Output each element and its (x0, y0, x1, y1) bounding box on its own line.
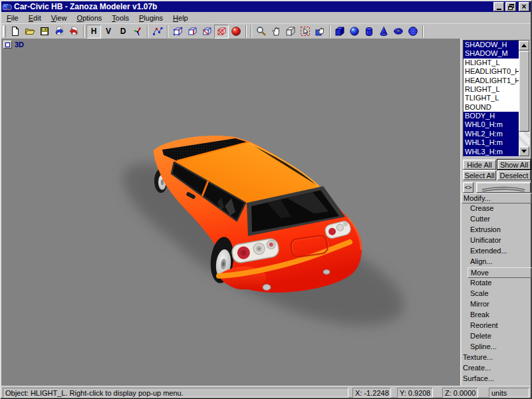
primitive-torus-button[interactable] (391, 25, 406, 39)
viewport-view-icon[interactable] (3, 41, 12, 49)
vertices-mode-icon (152, 26, 163, 37)
command-crease[interactable]: Crease (462, 203, 532, 214)
primitive-geosphere-button[interactable] (406, 25, 420, 39)
object-list-item[interactable]: SHADOW_H (464, 41, 519, 49)
primitive-cone-button[interactable] (376, 25, 391, 39)
open-file-icon (25, 26, 35, 37)
command-delete[interactable]: Delete (462, 331, 532, 342)
object-list-item[interactable]: BOUND (464, 103, 519, 112)
view-cube-button[interactable] (283, 25, 298, 39)
object-list[interactable]: SHADOW_H SHADOW_M HLIGHT_L HEADLIGHT0_H … (463, 40, 530, 157)
primitive-cone-icon (378, 26, 389, 37)
app-icon (3, 3, 12, 11)
object-list-item[interactable]: WHL3_H:m (464, 148, 519, 156)
object-list-item[interactable]: BODY_H (464, 112, 519, 120)
command-rotate[interactable]: Rotate (462, 278, 532, 289)
titlebar[interactable]: Car-Civic HB - Zanoza Modeler v1.07b × (1, 1, 531, 12)
menu-options[interactable]: Options (72, 13, 107, 23)
new-file-button[interactable] (8, 25, 23, 39)
minimize-button[interactable] (493, 2, 504, 11)
object-list-item[interactable]: HLIGHT_L (464, 59, 519, 67)
command-surface[interactable]: Surface... (462, 374, 532, 384)
toolbar-grip[interactable] (3, 25, 6, 37)
panel-expand-button[interactable]: <> (463, 182, 473, 193)
export-file-button[interactable] (66, 25, 81, 39)
command-texture[interactable]: Texture... (462, 352, 532, 363)
select-tool-button[interactable] (298, 25, 313, 39)
primitive-box-icon (334, 26, 345, 37)
export-icon (68, 26, 79, 37)
viewport-3d[interactable]: 3D (1, 39, 460, 386)
status-units: units (489, 388, 529, 398)
close-icon: × (521, 3, 526, 10)
menu-help[interactable]: Help (168, 13, 194, 23)
deselect-button[interactable]: Deselect (497, 170, 531, 180)
menu-file[interactable]: File (2, 13, 24, 23)
command-panel: Modify... Crease Cutter Extrusion Unific… (462, 193, 532, 384)
command-create[interactable]: Create... (462, 363, 532, 374)
primitive-sphere-icon (349, 26, 360, 37)
grab-tool-button[interactable] (313, 25, 327, 39)
panel-rollup-button[interactable] (476, 182, 531, 193)
hide-all-button[interactable]: Hide All (463, 160, 496, 170)
primitive-sphere-button[interactable] (347, 25, 362, 39)
command-spline[interactable]: Spline... (462, 342, 532, 352)
close-button[interactable]: × (519, 2, 529, 11)
zoom-tool-button[interactable] (254, 25, 269, 39)
toolbar-separator (147, 25, 148, 38)
toggle-d-button[interactable]: D (116, 25, 130, 39)
primitive-geosphere-icon (408, 26, 418, 37)
menu-plugins[interactable]: Plugins (134, 13, 168, 23)
toolbar-separator (422, 25, 424, 38)
command-break[interactable]: Break (462, 310, 532, 321)
cube-faces-mode-button[interactable] (200, 25, 214, 39)
object-list-item[interactable]: TLIGHT_L (464, 94, 519, 102)
toggle-v-button[interactable]: V (101, 25, 116, 39)
command-scale[interactable]: Scale (462, 289, 532, 299)
open-file-button[interactable] (23, 25, 37, 39)
command-extrusion[interactable]: Extrusion (462, 225, 532, 235)
primitive-box-button[interactable] (332, 25, 347, 39)
object-list-item[interactable]: RLIGHT_L (464, 85, 519, 94)
scroll-up-button[interactable] (519, 41, 529, 51)
material-sphere-button[interactable] (229, 25, 243, 39)
object-list-item[interactable]: SHADOW_M (464, 49, 519, 58)
object-list-item[interactable]: HEADLIGHT1_H (464, 76, 519, 85)
menu-tools[interactable]: Tools (107, 13, 134, 23)
cube-edges-mode-button[interactable] (185, 25, 200, 39)
command-reorient[interactable]: Reorient (462, 321, 532, 331)
cube-object-mode-button[interactable] (214, 25, 229, 39)
command-modify[interactable]: Modify... (462, 193, 532, 203)
axes-mode-button[interactable] (130, 25, 145, 39)
command-unificator[interactable]: Unificator (462, 235, 532, 246)
import-file-button[interactable] (52, 25, 66, 39)
command-align[interactable]: Align... (462, 257, 532, 267)
vertices-mode-button[interactable] (150, 25, 165, 39)
cube-vertices-mode-button[interactable] (170, 25, 185, 39)
object-list-item[interactable]: WHL0_H:m (464, 120, 519, 129)
view-cube-icon (285, 26, 296, 37)
pan-hand-icon (271, 26, 281, 37)
command-move[interactable]: Move (467, 267, 532, 278)
status-message: Object: HLIGHT_L. Right-click to display… (3, 388, 348, 398)
toggle-v-label: V (106, 27, 111, 36)
select-all-button[interactable]: Select All (463, 170, 496, 180)
scrollbar-thumb[interactable] (519, 51, 529, 132)
object-list-item[interactable]: WHL1_H:m (464, 138, 519, 147)
statusbar: Object: HLIGHT_L. Right-click to display… (1, 386, 531, 398)
restore-button[interactable] (505, 2, 516, 11)
command-extended[interactable]: Extended... (462, 246, 532, 257)
pan-tool-button[interactable] (269, 25, 283, 39)
command-mirror[interactable]: Mirror (462, 299, 532, 310)
object-list-item[interactable]: WHL2_H:m (464, 130, 519, 138)
save-file-button[interactable] (37, 25, 52, 39)
scroll-down-button[interactable] (519, 146, 529, 156)
command-cutter[interactable]: Cutter (462, 214, 532, 225)
object-list-item[interactable]: HEADLIGHT0_H (464, 67, 519, 76)
menu-edit[interactable]: Edit (24, 13, 47, 23)
primitive-cylinder-button[interactable] (362, 25, 376, 39)
object-list-scrollbar[interactable] (519, 41, 529, 156)
toggle-h-button[interactable]: H (86, 25, 101, 39)
menu-view[interactable]: View (47, 13, 72, 23)
show-all-button[interactable]: Show All (497, 160, 531, 170)
